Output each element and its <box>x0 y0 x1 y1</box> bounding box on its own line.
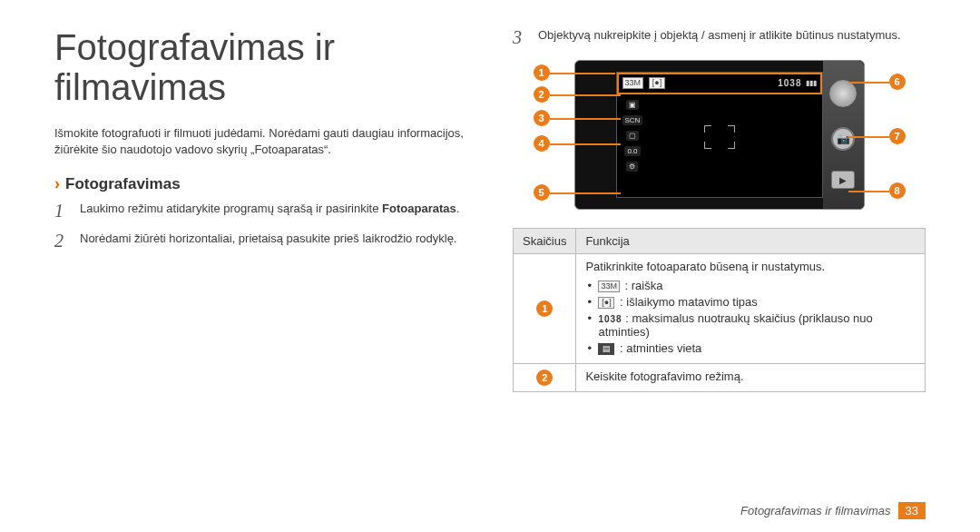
bullet-item: ▤ : atminties vieta <box>585 341 916 355</box>
callout-1: 1 <box>534 64 550 81</box>
mode-icon: ▣ <box>626 100 639 110</box>
page-title: Fotografavimas ir filmavimas <box>54 27 467 107</box>
step-3: 3 Objektyvą nukreipkite į objektą / asme… <box>513 27 926 48</box>
leader <box>550 73 615 74</box>
table-row: 1 Patikrinkite fotoaparato būseną ir nus… <box>514 254 926 364</box>
step-2: 2 Norėdami žiūrėti horizontaliai, prieta… <box>54 231 467 251</box>
row-badge: 2 <box>536 369 553 386</box>
exposure-value: 0.0 <box>624 146 640 156</box>
function-table: Skaičius Funkcija 1 Patikrinkite fotoapa… <box>513 228 926 392</box>
step-text: Laukimo režimu atidarykite programų sąra… <box>80 201 459 222</box>
row-badge: 1 <box>536 300 553 317</box>
step-number: 2 <box>54 231 71 251</box>
resolution-icon: 33M <box>622 77 644 89</box>
mode-dial-icon <box>829 80 857 107</box>
leader <box>550 118 621 120</box>
bullet-item: [●] : išlaikymo matavimo tipas <box>585 295 916 309</box>
section-header: › Fotografavimas <box>54 174 467 193</box>
scn-icon: SCN <box>622 115 643 125</box>
leader <box>848 136 889 138</box>
leader <box>550 143 621 145</box>
leader <box>848 82 889 84</box>
leader <box>550 94 621 96</box>
callout-3: 3 <box>534 110 550 126</box>
intro-text: Išmokite fotografuoti ir filmuoti judėda… <box>54 125 467 158</box>
metering-icon: [●] <box>598 297 614 309</box>
leader <box>550 192 621 194</box>
callout-6: 6 <box>889 74 906 90</box>
count-icon: 1038 <box>598 314 622 324</box>
camera-body: 33M [●] 1038 ▮▮▮ ▣ SCN ▢ <box>574 60 865 210</box>
resolution-icon: 33M <box>598 281 620 292</box>
step-text: Norėdami žiūrėti horizontaliai, prietais… <box>80 231 456 251</box>
left-mode-icons: ▣ SCN ▢ 0.0 ⚙ <box>622 100 643 172</box>
metering-icon: [●] <box>649 77 665 89</box>
page-footer: Fotografavimas ir filmavimas 33 <box>740 502 926 519</box>
playback-icon: ▶ <box>831 171 855 189</box>
callout-5: 5 <box>534 184 550 201</box>
footer-label: Fotografavimas ir filmavimas <box>740 504 890 517</box>
step-1: 1 Laukimo režimu atidarykite programų są… <box>54 201 467 222</box>
settings-gear-icon: ⚙ <box>626 162 638 172</box>
status-bar: 33M [●] 1038 ▮▮▮ <box>617 73 822 94</box>
shots-remaining: 1038 <box>778 78 801 88</box>
callout-2: 2 <box>534 86 550 103</box>
exposure-icon: ▢ <box>626 131 639 141</box>
section-title: Fotografavimas <box>65 175 181 193</box>
focus-indicator <box>704 125 735 149</box>
camera-figure: 33M [●] 1038 ▮▮▮ ▣ SCN ▢ <box>529 57 910 212</box>
bullet-item: 33M : raiška <box>585 279 916 292</box>
step-text: Objektyvą nukreipkite į objektą / asmenį… <box>538 27 901 48</box>
col-number-header: Skaičius <box>514 229 576 254</box>
step-number: 3 <box>513 27 529 48</box>
bullet-item: 1038 : maksimalus nuotraukų skaičius (pr… <box>585 311 916 339</box>
col-function-header: Funkcija <box>576 229 926 254</box>
page-number: 33 <box>898 502 926 519</box>
battery-icon: ▮▮▮ <box>806 79 817 87</box>
row-text: Keiskite fotografavimo režimą. <box>585 369 743 383</box>
row-bullets: 33M : raiška [●] : išlaikymo matavimo ti… <box>585 279 916 355</box>
step-number: 1 <box>54 201 71 222</box>
callout-8: 8 <box>889 182 906 199</box>
callout-4: 4 <box>534 135 550 152</box>
chevron-icon: › <box>54 174 60 193</box>
shutter-icon: 📷 <box>831 127 855 151</box>
camera-screen: 33M [●] 1038 ▮▮▮ ▣ SCN ▢ <box>616 72 823 198</box>
row-text: Patikrinkite fotoaparato būseną ir nusta… <box>585 260 825 273</box>
table-row: 2 Keiskite fotografavimo režimą. <box>514 364 926 392</box>
leader <box>848 191 889 192</box>
storage-icon: ▤ <box>598 343 614 355</box>
callout-7: 7 <box>889 128 906 144</box>
